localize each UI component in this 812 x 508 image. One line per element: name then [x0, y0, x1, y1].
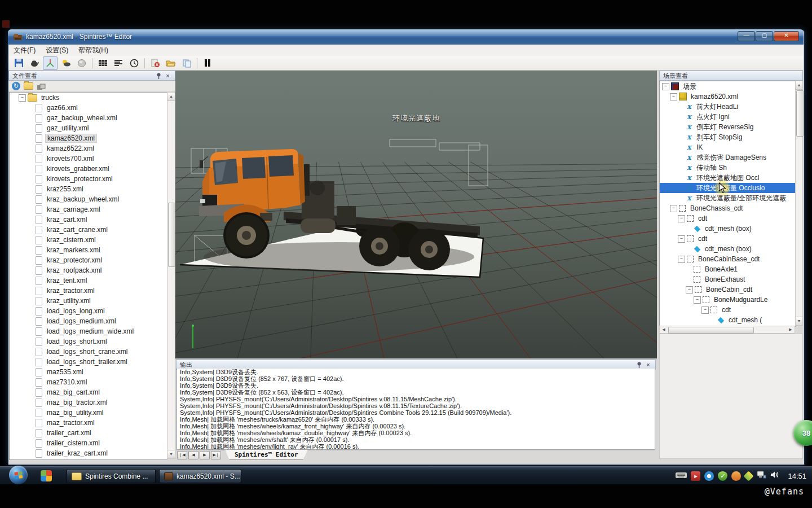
scroll-down-icon[interactable]: ▼: [167, 450, 175, 458]
scene-tree-item[interactable]: x环境光遮蔽地图 Occl: [660, 173, 796, 183]
tree-item-file[interactable]: kirovets_grabber.xml: [10, 164, 167, 174]
volume-icon[interactable]: [770, 471, 779, 481]
taskbar-clock[interactable]: 14:51: [788, 472, 806, 480]
scroll-thumb[interactable]: [796, 90, 804, 137]
scene-tree-item[interactable]: −cdt: [660, 234, 796, 244]
scene-tree-item[interactable]: BoneExhaust: [660, 274, 796, 284]
tree-item-file[interactable]: gaz66.xml: [10, 103, 167, 113]
collapse-icon[interactable]: −: [701, 306, 709, 314]
close-button[interactable]: ✕: [774, 31, 799, 41]
tree-item-file[interactable]: trailer_kraz_cart.xml: [10, 448, 167, 458]
collapse-icon[interactable]: −: [686, 286, 693, 294]
pause-icon[interactable]: [200, 56, 215, 70]
minimize-button[interactable]: —: [738, 31, 755, 41]
scroll-thumb[interactable]: [168, 203, 175, 267]
tree-item-file[interactable]: kamaz6522.xml: [10, 143, 167, 154]
nav-last-icon[interactable]: ▶❘: [211, 451, 221, 459]
scroll-thumb[interactable]: [668, 327, 754, 334]
scene-tree-item[interactable]: cdt_mesh (: [660, 315, 796, 325]
tree-item-file[interactable]: kirovets700.xml: [10, 154, 167, 164]
menu-file[interactable]: 文件(F): [8, 45, 41, 56]
scroll-right-icon[interactable]: ▶: [787, 326, 795, 333]
scene-tree-item[interactable]: x环境光遮蔽量/全部环境光遮蔽: [660, 193, 796, 203]
tree-item-file[interactable]: kraz_cistern.xml: [10, 235, 167, 245]
menu-help[interactable]: 帮帮我(H): [73, 45, 113, 56]
tree-item-file[interactable]: kraz_tent.xml: [10, 275, 167, 286]
pin-icon[interactable]: [636, 361, 643, 369]
scene-tree-item[interactable]: x点火灯 Igni: [660, 112, 796, 122]
file-tree-scrollbar[interactable]: ▲ ▼: [167, 92, 175, 459]
output-tab[interactable]: Spintires™ Editor: [225, 450, 308, 460]
refresh-icon[interactable]: ↻: [12, 82, 20, 90]
tree-item-file[interactable]: gaz_backup_wheel.xml: [10, 113, 167, 123]
collapse-icon[interactable]: −: [670, 205, 677, 212]
error-icon[interactable]: [148, 56, 162, 70]
tree-item-file[interactable]: kamaz6520.xml: [10, 133, 167, 143]
tree-item-file[interactable]: maz7310.xml: [10, 377, 167, 387]
scene-tree-item[interactable]: x刹车灯 StopSig: [660, 132, 796, 142]
open-folder-icon[interactable]: [24, 82, 33, 90]
copy-icon[interactable]: [179, 56, 194, 70]
clock-icon[interactable]: [127, 56, 142, 70]
tree-item-file[interactable]: load_logs_short_trailer.xml: [10, 357, 167, 367]
tree-item-file[interactable]: maz_big_utility.xml: [10, 408, 167, 418]
scene-tree-item[interactable]: x倒车灯 ReverseSig: [660, 122, 796, 132]
open-folder-icon[interactable]: [164, 56, 178, 70]
collapse-icon[interactable]: −: [670, 93, 677, 100]
scene-tree-item[interactable]: cdt_mesh (box): [660, 244, 796, 254]
scene-tree-item[interactable]: xIK: [660, 142, 796, 152]
scene-tree-item[interactable]: −BoneCabin_cdt: [660, 284, 796, 295]
tree-item-file[interactable]: maz535.xml: [10, 367, 167, 377]
tree-item-file[interactable]: load_logs_medium_wide.xml: [10, 326, 167, 336]
tree-item-file[interactable]: load_logs_short_crane.xml: [10, 347, 167, 357]
save-icon[interactable]: [11, 56, 26, 70]
scene-tree-item[interactable]: cdt_mesh (box): [660, 224, 796, 234]
tree-item-file[interactable]: kraz_tractor.xml: [10, 286, 167, 296]
tree-item-file[interactable]: kirovets_protector.xml: [10, 174, 167, 184]
collapse-icon[interactable]: −: [678, 256, 685, 263]
scene-tree-item[interactable]: −cdt: [660, 305, 796, 315]
tree-item-file[interactable]: trailer_cistern.xml: [10, 438, 167, 448]
tree-item-folder[interactable]: −trucks: [10, 93, 167, 103]
scene-tree-scrollbar[interactable]: ▲ ▼: [795, 81, 803, 326]
media-icon[interactable]: ▸: [691, 471, 700, 481]
finance-icon[interactable]: [744, 471, 754, 481]
scene-tree-item[interactable]: x前大灯HeadLi: [660, 102, 796, 112]
assistant-icon[interactable]: [731, 471, 741, 481]
nav-prev-icon[interactable]: ◀: [188, 451, 198, 459]
scene-tree-item[interactable]: −kamaz6520.xml: [660, 91, 796, 102]
tree-item-file[interactable]: maz_tractor.xml: [10, 418, 167, 428]
tree-item-file[interactable]: gaz_utility.xml: [10, 123, 167, 133]
file-tree[interactable]: −trucksgaz66.xmlgaz_backup_wheel.xmlgaz_…: [9, 92, 167, 460]
maximize-button[interactable]: ▢: [756, 31, 773, 41]
keyboard-icon[interactable]: [676, 471, 687, 481]
scene-tree-hscrollbar[interactable]: ◀ ▶: [659, 326, 795, 334]
folder-link-icon[interactable]: [37, 83, 45, 90]
close-panel-icon[interactable]: ×: [645, 361, 652, 369]
nav-next-icon[interactable]: ▶: [200, 451, 210, 459]
scene-tree-item[interactable]: x感觉伤害 DamageSens: [660, 152, 796, 163]
tree-item-file[interactable]: load_logs_long.xml: [10, 306, 167, 316]
menu-settings[interactable]: 设置(S): [41, 45, 73, 56]
material-icon[interactable]: [27, 56, 42, 70]
scene-tree-item[interactable]: BoneAxle1: [660, 264, 796, 274]
tree-item-file[interactable]: kraz_carriage.xml: [10, 204, 167, 214]
close-panel-icon[interactable]: ×: [164, 72, 171, 80]
taskbar-button-editor[interactable]: kamaz6520.xml - S...: [159, 469, 241, 483]
titlebar[interactable]: kamaz6520.xml - Spintires™ Editor — ▢ ✕: [8, 29, 804, 45]
sphere-icon[interactable]: [74, 56, 89, 70]
scene-tree-item[interactable]: x传动轴 Sh: [660, 163, 796, 173]
collapse-icon[interactable]: −: [694, 296, 701, 304]
grid-icon[interactable]: [95, 56, 110, 70]
scroll-up-icon[interactable]: ▲: [796, 81, 802, 90]
quick-launch-icon[interactable]: [41, 470, 52, 481]
tree-item-file[interactable]: load_logs_medium.xml: [10, 316, 167, 326]
tree-item-file[interactable]: kraz_utility.xml: [10, 296, 167, 306]
shield-icon[interactable]: ✓: [718, 471, 727, 481]
list-icon[interactable]: [111, 56, 126, 70]
collapse-icon[interactable]: −: [19, 94, 26, 102]
nav-first-icon[interactable]: ❘◀: [177, 451, 187, 459]
network-icon[interactable]: [756, 471, 766, 481]
scene-tree-item[interactable]: −BoneMudguardLe: [660, 295, 796, 305]
pin-icon[interactable]: [155, 72, 162, 80]
